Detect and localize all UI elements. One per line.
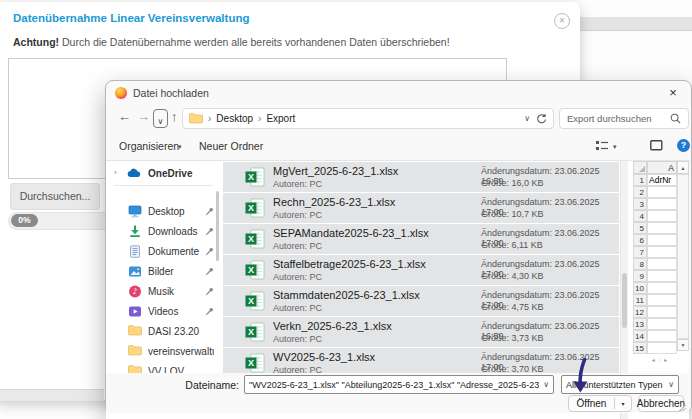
scroll-up-icon[interactable]: ▲ [677,161,689,174]
row-number: 7 [633,246,647,258]
page-title: Datenübernahme Linear Vereinsverwaltung [13,12,249,24]
row-number: 4 [633,210,647,222]
cell-value [647,270,677,282]
cancel-button[interactable]: Abbrechen [638,395,684,412]
music-icon: ♪ [128,285,142,298]
back-icon[interactable]: ← [118,109,131,124]
excel-file-icon: X [245,167,265,187]
excel-file-icon: X [245,322,265,342]
sidebar-item-onedrive[interactable]: › OneDrive [106,165,219,183]
file-row[interactable]: X MgVert_2025-6-23_1.xlsx Autoren: PC Än… [223,162,619,192]
open-button[interactable]: Öffnen ▾ [568,395,632,412]
scrollbar-thumb[interactable] [622,273,627,328]
new-folder-button[interactable]: Neuer Ordner [199,140,263,152]
sidebar-scrollbar[interactable] [216,191,219,261]
file-name: Rechn_2025-6-23_1.xlsx [273,196,395,208]
filename-combobox[interactable]: "WV2025-6-23_1.xlsx" "Abteilung2025-6-23… [244,375,554,394]
excel-file-icon: X [245,198,265,218]
column-header-a: A [647,161,677,174]
screen: Datenübernahme Linear Vereinsverwaltung … [0,0,692,419]
file-authors: Autoren: PC [273,303,322,313]
row-number: 10 [633,282,647,294]
triangle-down-icon: ▾ [178,143,182,151]
file-row[interactable]: X Staffelbetrage2025-6-23_1.xlsx Autoren… [223,255,619,285]
preview-horizontal-nav[interactable]: ◄⁞► [635,357,687,363]
address-dropdown-icon[interactable]: ∨ [524,114,530,123]
cell-value [647,258,677,270]
up-icon[interactable]: ↑ [171,109,178,124]
search-input[interactable]: Export durchsuchen [559,108,689,129]
expand-chevron-icon[interactable]: › [114,168,117,177]
downloads-icon [128,225,142,238]
row-number: 8 [633,258,647,270]
cell-value [647,342,677,354]
row-number: 5 [633,222,647,234]
breadcrumb-export[interactable]: Export [266,113,295,124]
file-row[interactable]: X Rechn_2025-6-23_1.xlsx Autoren: PC Änd… [223,193,619,223]
open-dropdown-icon[interactable]: ▾ [615,400,631,407]
organize-button[interactable]: Organisieren [119,140,179,152]
row-number: 6 [633,234,647,246]
dialog-titlebar[interactable]: Datei hochladen × [106,81,691,105]
sidebar-item-vereinsverwaltung[interactable]: vereinsverwaltung [106,343,219,361]
file-name: MgVert_2025-6-23_1.xlsx [273,165,398,177]
background-toolbar-strip [580,17,692,31]
view-dropdown-icon[interactable]: ▾ [613,143,617,151]
svg-text:X: X [248,234,254,244]
cell-value [647,282,677,294]
breadcrumb-desktop[interactable]: Desktop [216,113,253,124]
help-icon[interactable]: ? [677,139,690,152]
sidebar-item-documents[interactable]: Dokumente [106,243,219,261]
close-icon[interactable]: × [657,82,689,104]
dialog-footer: Dateiname: "WV2025-6-23_1.xlsx" "Abteilu… [106,373,689,413]
cell-value [647,246,677,258]
browse-button[interactable]: Durchsuchen... [10,183,100,210]
breadcrumb[interactable]: › Desktop › Export ∨ [182,108,554,129]
file-upload-dialog: Datei hochladen × ← → ∨ ↑ › Desktop › Ex… [105,80,692,414]
row-number: 12 [633,306,647,318]
file-name: WV2025-6-23_1.xlsx [273,351,375,363]
file-row[interactable]: X Stammdaten2025-6-23_1.xlsx Autoren: PC… [223,286,619,316]
file-name: Verkn_2025-6-23_1.xlsx [273,320,392,332]
file-authors: Autoren: PC [273,241,322,251]
filename-label: Dateiname: [106,379,239,391]
preview-scrollbar[interactable] [677,174,689,339]
row-number: 14 [633,330,647,342]
preview-pane-icon[interactable] [650,140,663,151]
svg-text:♪: ♪ [132,287,137,296]
sidebar-item-downloads[interactable]: Downloads [106,223,219,241]
filetype-value: Alle unterstützten Typen (*.xls;* [562,380,664,390]
sidebar-item-music[interactable]: ♪ Musik [106,283,219,301]
view-mode-icon[interactable] [596,140,609,152]
sidebar-item-videos[interactable]: Videos [106,303,219,321]
file-authors: Autoren: PC [273,334,322,344]
file-row[interactable]: X SEPAMandate2025-6-23_1.xlsx Autoren: P… [223,224,619,254]
onedrive-cloud-icon [126,168,141,178]
refresh-icon[interactable] [535,113,547,125]
resize-grip-icon[interactable] [679,404,686,411]
cell-value [647,222,677,234]
modal-footer-bar [0,389,104,402]
file-size: Größe: 16,0 KB [481,178,544,188]
navigation-bar: ← → ∨ ↑ › Desktop › Export ∨ Export durc… [106,105,691,132]
chevron-down-icon: ∨ [539,380,553,389]
sidebar-item-desktop[interactable]: Desktop [106,203,219,221]
documents-icon [128,245,142,258]
sidebar-item-pictures[interactable]: Bilder [106,263,219,281]
excel-file-icon: X [245,260,265,280]
sidebar-item-dasi[interactable]: DASI 23.20 [106,323,219,341]
filetype-combobox[interactable]: Alle unterstützten Typen (*.xls;* ∨ [561,375,679,394]
close-icon[interactable]: × [554,13,570,29]
cell-value [647,330,677,342]
row-number: 1 [633,174,647,186]
cell-value [647,234,677,246]
recent-locations-button[interactable]: ∨ [153,109,168,128]
scroll-down-icon[interactable]: ▼ [677,339,689,351]
file-authors: Autoren: PC [273,272,322,282]
firefox-icon [115,87,127,99]
file-row[interactable]: X Verkn_2025-6-23_1.xlsx Autoren: PC Änd… [223,317,619,347]
forward-icon[interactable]: → [137,109,150,124]
row-number: 13 [633,318,647,330]
pin-icon [205,207,214,216]
svg-text:X: X [248,358,254,368]
